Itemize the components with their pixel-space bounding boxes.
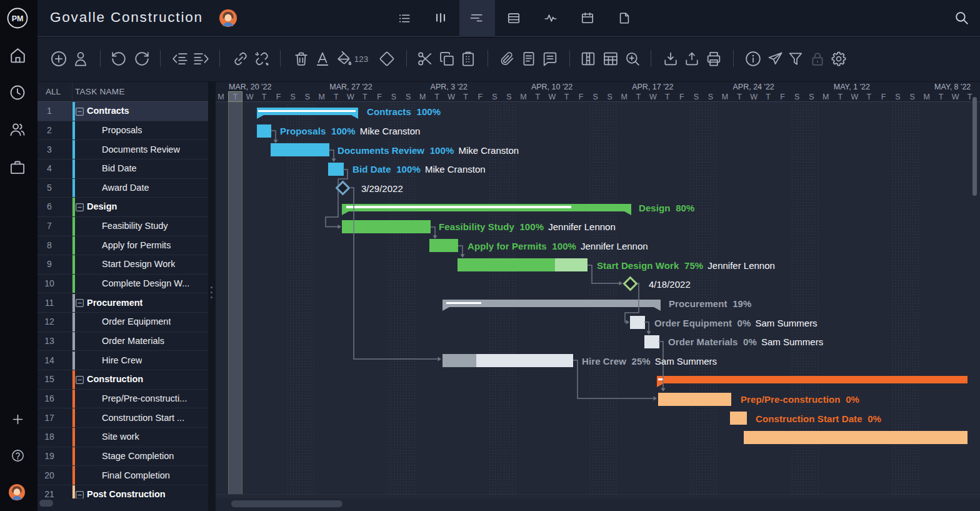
svg-text:PM: PM: [12, 14, 24, 23]
svg-text:123: 123: [354, 54, 368, 64]
